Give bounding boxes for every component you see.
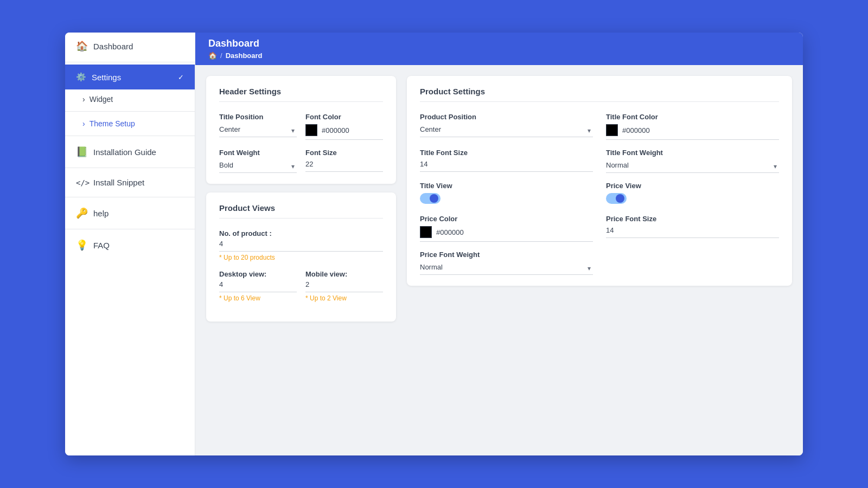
install-snippet-icon: </> (76, 178, 88, 187)
price-color-value: #000000 (420, 226, 593, 242)
price-color-label: Price Color (420, 215, 593, 223)
price-view-toggle[interactable] (606, 193, 627, 204)
sidebar-item-faq[interactable]: 💡 FAQ (65, 232, 195, 259)
mobile-view-label: Mobile view: (305, 270, 383, 278)
sidebar-item-installation-guide[interactable]: 📗 Installation Guide (65, 138, 195, 165)
product-position-select-wrapper[interactable]: Center Left Right (420, 124, 593, 137)
sidebar-item-theme-setup[interactable]: › Theme Setup (65, 114, 195, 133)
sidebar-item-faq-label: FAQ (93, 241, 110, 250)
breadcrumb-current: Dashboard (226, 52, 263, 60)
price-color-swatch[interactable] (420, 226, 432, 238)
breadcrumb: 🏠 / Dashboard (208, 52, 790, 60)
desktop-view-col: Desktop view: 4 * Up to 6 View (219, 270, 297, 311)
price-font-weight-select[interactable]: Normal Bold Light (420, 263, 593, 275)
product-position-select[interactable]: Center Left Right (420, 125, 593, 137)
title-font-size-value: 14 (420, 160, 593, 172)
price-font-weight-field: Price Font Weight Normal Bold Light (420, 251, 593, 275)
desktop-view-hint: * Up to 6 View (219, 294, 297, 302)
no-of-product-hint: * Up to 20 products (219, 254, 383, 261)
font-size-label: Font Size (305, 149, 383, 157)
title-view-toggle-thumb (430, 194, 438, 203)
sidebar-item-dashboard-label: Dashboard (93, 42, 133, 51)
title-font-weight-select-wrapper[interactable]: Normal Bold Light (606, 160, 779, 173)
sidebar-item-help[interactable]: 🔑 help (65, 200, 195, 227)
sidebar-divider-3 (65, 136, 195, 136)
product-settings-card: Product Settings Product Position Center… (407, 76, 792, 286)
title-font-color-value: #000000 (606, 124, 779, 140)
font-color-hex: #000000 (322, 126, 349, 134)
no-of-product-label: No. of product : (219, 229, 383, 237)
title-view-toggle[interactable] (420, 193, 441, 204)
price-view-label: Price View (606, 182, 779, 190)
no-of-product-value: 4 (219, 240, 383, 252)
settings-chevron-icon: ✓ (178, 73, 184, 81)
breadcrumb-separator: / (220, 52, 222, 60)
font-color-field: Font Color #000000 (305, 113, 383, 140)
font-weight-select[interactable]: Bold Normal Light (219, 161, 297, 173)
font-weight-select-wrapper[interactable]: Bold Normal Light (219, 160, 297, 173)
right-column: Product Settings Product Position Center… (407, 76, 792, 445)
price-font-size-field: Price Font Size 14 (606, 215, 779, 242)
product-views-grid: Desktop view: 4 * Up to 6 View Mobile vi… (219, 270, 383, 311)
product-settings-title: Product Settings (420, 87, 779, 102)
main-content: Dashboard 🏠 / Dashboard Header Settings … (195, 33, 803, 455)
desktop-view-value: 4 (219, 280, 297, 292)
title-font-weight-label: Title Font Weight (606, 149, 779, 157)
sidebar: 🏠 Dashboard ⚙️ Settings ✓ › Widget › The… (65, 33, 195, 455)
title-font-size-field: Title Font Size 14 (420, 149, 593, 173)
title-font-color-swatch[interactable] (606, 124, 618, 136)
title-font-color-hex: #000000 (622, 126, 650, 134)
header-settings-title: Header Settings (219, 87, 383, 102)
title-font-color-label: Title Font Color (606, 113, 779, 121)
header-settings-card: Header Settings Title Position Center Le… (206, 76, 396, 184)
font-color-value: #000000 (305, 124, 383, 140)
installation-guide-icon: 📗 (76, 146, 88, 158)
title-position-field: Title Position Center Left Right (219, 113, 297, 140)
page-title: Dashboard (208, 38, 790, 49)
price-color-hex: #000000 (436, 228, 464, 236)
sidebar-item-settings[interactable]: ⚙️ Settings ✓ (65, 65, 195, 89)
settings-icon: ⚙️ (76, 72, 86, 82)
title-view-toggle-track[interactable] (420, 193, 441, 204)
header-settings-form: Title Position Center Left Right Font Co… (219, 113, 383, 173)
left-column: Header Settings Title Position Center Le… (206, 76, 396, 445)
price-view-field: Price View (606, 182, 779, 206)
sidebar-item-install-snippet-label: Install Snippet (93, 178, 144, 187)
title-font-color-field: Title Font Color #000000 (606, 113, 779, 140)
theme-setup-chevron-icon: › (82, 119, 85, 128)
sidebar-item-install-snippet[interactable]: </> Install Snippet (65, 170, 195, 195)
sidebar-item-dashboard[interactable]: 🏠 Dashboard (65, 33, 195, 60)
help-icon: 🔑 (76, 207, 88, 219)
price-view-toggle-thumb (616, 194, 624, 203)
title-font-weight-select[interactable]: Normal Bold Light (606, 161, 779, 173)
title-position-select-wrapper[interactable]: Center Left Right (219, 124, 297, 137)
price-color-field: Price Color #000000 (420, 215, 593, 242)
font-size-field: Font Size 22 (305, 149, 383, 173)
title-font-weight-field: Title Font Weight Normal Bold Light (606, 149, 779, 173)
font-color-label: Font Color (305, 113, 383, 121)
sidebar-divider-6 (65, 229, 195, 229)
sidebar-item-settings-label: Settings (92, 73, 121, 82)
font-color-swatch[interactable] (305, 124, 317, 136)
product-views-title: Product Views (219, 203, 383, 219)
title-position-select[interactable]: Center Left Right (219, 125, 297, 137)
title-position-label: Title Position (219, 113, 297, 121)
sidebar-item-help-label: help (93, 209, 108, 218)
title-font-size-label: Title Font Size (420, 149, 593, 157)
font-size-value: 22 (305, 160, 383, 172)
sidebar-divider-2 (65, 111, 195, 112)
sidebar-item-widget-label: Widget (90, 95, 113, 104)
font-weight-field: Font Weight Bold Normal Light (219, 149, 297, 173)
price-font-weight-label: Price Font Weight (420, 251, 593, 259)
product-views-card: Product Views No. of product : 4 * Up to… (206, 192, 396, 322)
widget-chevron-icon: › (82, 95, 85, 104)
price-font-size-label: Price Font Size (606, 215, 779, 223)
font-weight-label: Font Weight (219, 149, 297, 157)
sidebar-divider-4 (65, 168, 195, 168)
product-position-field: Product Position Center Left Right (420, 113, 593, 140)
sidebar-item-widget[interactable]: › Widget (65, 89, 195, 109)
price-view-toggle-track[interactable] (606, 193, 627, 204)
mobile-view-hint: * Up to 2 View (305, 294, 383, 302)
price-font-weight-select-wrapper[interactable]: Normal Bold Light (420, 262, 593, 275)
sidebar-item-installation-guide-label: Installation Guide (93, 147, 156, 157)
